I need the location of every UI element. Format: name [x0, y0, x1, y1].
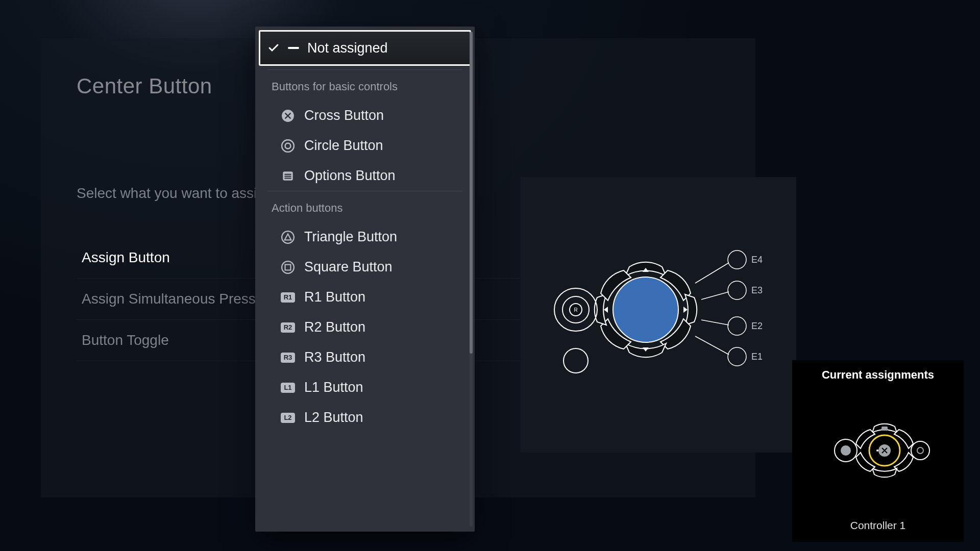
svg-rect-23 [285, 176, 291, 177]
option-square-button[interactable]: Square Button [267, 252, 462, 282]
svg-point-0 [613, 277, 678, 342]
svg-rect-30 [881, 427, 888, 431]
extension-label-e2: E2 [751, 321, 763, 331]
access-controller-diagram: R E4 E3 E2 E1 [526, 223, 791, 407]
svg-point-17 [728, 347, 746, 366]
dash-icon [288, 47, 299, 49]
svg-rect-24 [285, 178, 291, 179]
extension-label-e4: E4 [751, 255, 763, 265]
option-label: Options Button [304, 168, 396, 184]
option-label: L2 Button [304, 410, 363, 425]
dropdown-scrollbar-thumb[interactable] [470, 32, 473, 354]
svg-point-5 [564, 348, 588, 373]
svg-line-14 [701, 320, 729, 325]
triangle-icon [281, 230, 295, 244]
dropdown-section-label: Action buttons [267, 191, 462, 222]
option-label: R3 Button [304, 349, 365, 365]
controller-preview: R E4 E3 E2 E1 [521, 177, 796, 453]
svg-marker-9 [683, 307, 688, 313]
current-assignments-diagram [819, 382, 937, 519]
svg-point-13 [728, 281, 746, 299]
dropdown-section-action: Action buttons Triangle Button Square Bu… [255, 191, 475, 433]
svg-text:R: R [574, 307, 577, 313]
option-label: L1 Button [304, 380, 363, 395]
svg-marker-8 [604, 307, 608, 313]
svg-point-35 [876, 449, 878, 452]
svg-point-20 [285, 143, 291, 148]
option-label: R1 Button [304, 289, 365, 305]
option-label: Cross Button [304, 108, 384, 123]
r1-badge-icon: R1 [281, 290, 295, 305]
l2-badge-icon: L2 [281, 411, 295, 425]
options-icon [281, 169, 295, 183]
current-assignments-overlay: Current assignments [792, 360, 964, 542]
svg-rect-27 [285, 264, 291, 270]
option-l2-button[interactable]: L2 L2 Button [267, 403, 462, 433]
option-circle-button[interactable]: Circle Button [267, 131, 462, 161]
dropdown-selected-label: Not assigned [307, 40, 388, 56]
svg-point-34 [841, 445, 851, 456]
svg-point-11 [728, 251, 746, 269]
option-label: R2 Button [304, 319, 365, 335]
svg-point-15 [728, 317, 746, 335]
button-assignment-dropdown[interactable]: Not assigned Buttons for basic controls … [255, 27, 475, 532]
option-r2-button[interactable]: R2 R2 Button [267, 312, 462, 342]
option-label: Square Button [304, 259, 393, 275]
svg-line-10 [695, 263, 729, 283]
dropdown-section-label: Buttons for basic controls [267, 69, 462, 101]
current-assignments-title: Current assignments [822, 368, 934, 382]
option-cross-button[interactable]: Cross Button [267, 101, 462, 131]
dropdown-scrollbar[interactable] [470, 32, 473, 527]
svg-line-12 [701, 292, 729, 299]
option-label: Triangle Button [304, 229, 397, 245]
svg-rect-22 [285, 173, 291, 174]
dropdown-selected-option[interactable]: Not assigned [259, 30, 471, 66]
cross-icon [281, 109, 295, 123]
extension-label-e1: E1 [751, 352, 763, 362]
svg-line-16 [695, 336, 729, 355]
option-triangle-button[interactable]: Triangle Button [267, 222, 462, 252]
r2-badge-icon: R2 [281, 320, 295, 335]
circle-icon [281, 139, 295, 153]
option-options-button[interactable]: Options Button [267, 161, 462, 191]
check-icon [267, 42, 280, 54]
option-l1-button[interactable]: L1 L1 Button [267, 372, 462, 403]
option-r1-button[interactable]: R1 R1 Button [267, 282, 462, 312]
option-r3-button[interactable]: R3 R3 Button [267, 342, 462, 372]
option-label: Circle Button [304, 138, 383, 154]
r3-badge-icon: R3 [281, 350, 295, 365]
dropdown-section-basic: Buttons for basic controls Cross Button … [255, 69, 475, 191]
svg-point-19 [282, 140, 294, 152]
current-assignments-controller-label: Controller 1 [850, 519, 906, 534]
svg-point-31 [911, 441, 929, 460]
square-icon [281, 260, 295, 274]
extension-label-e3: E3 [751, 285, 763, 295]
l1-badge-icon: L1 [281, 381, 295, 395]
svg-point-26 [282, 261, 294, 273]
